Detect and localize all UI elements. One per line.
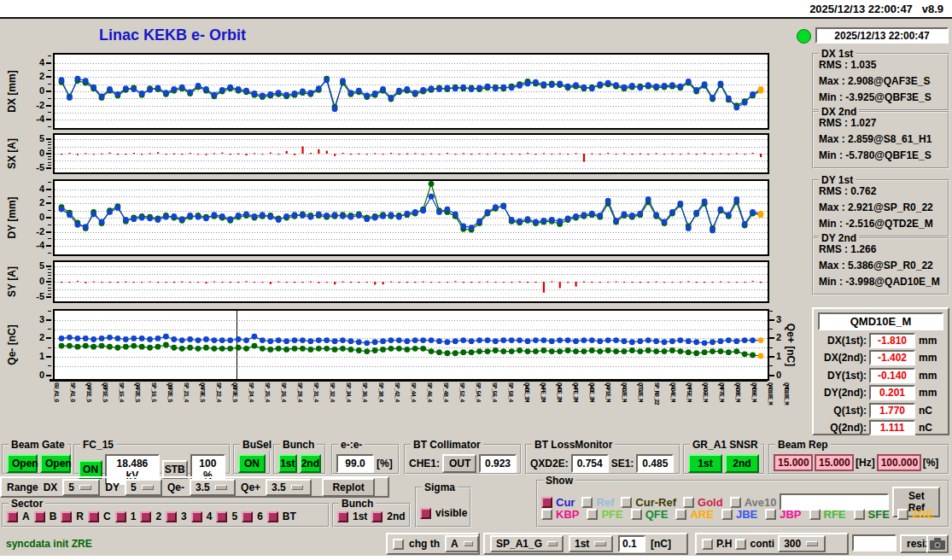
range-qe-plus-dropdown[interactable]: 3.5 [266,479,312,496]
sector-checkbox-4[interactable] [191,511,202,522]
dy-2nd-stats: DY 2nd RMS : 1.266 Max : 5.386@SP_R0_22 … [812,237,949,295]
gr-a1-2nd-button[interactable]: 2nd [725,454,759,473]
dx-chart-row: DX [mm] 420-2-4 [0,53,807,130]
show-sfe-checkbox[interactable] [854,509,865,520]
option-dash-icon [215,485,227,490]
bottom-edge [0,556,952,560]
range-dx-dropdown[interactable]: 5 [62,479,100,496]
x-axis-line [50,379,768,382]
sector-checkbox-3[interactable] [166,511,177,522]
points-dropdown[interactable]: 300 [778,535,826,552]
dy-plot[interactable] [53,179,769,256]
acquisition-panel: P.H conti 300 [695,533,849,555]
show-gold-checkbox[interactable] [683,497,694,508]
qmd-q1-value: 1.770 [869,403,915,418]
dy-1st-title: DY 1st [819,174,856,186]
bunch-select-dropdown[interactable]: 1st [569,535,613,552]
bpm-name-labels: GU_A1_GSP_A1_GQAF1E_SQBF1E_SSP_15_4QAF2E… [53,382,813,435]
show-jbp-checkbox[interactable] [765,509,776,520]
show-cur-ref-checkbox[interactable] [621,497,632,508]
show-group: Show Cur Ref Cur-Ref Gold Ave10 Set Ref … [536,480,949,528]
option-dash-icon [464,541,473,546]
range-dy-dropdown[interactable]: 5 [125,479,162,496]
page-title: Linac KEKB e- Orbit [99,26,246,44]
show-rfe-checkbox[interactable] [809,509,821,520]
bt-lossmonitor-group: BT LossMonitor QXD2E: 0.754 SE1: 0.485 [525,444,680,475]
sector-checkbox-5[interactable] [216,511,227,522]
show-cur-checkbox[interactable] [541,497,552,508]
show-qfe-checkbox[interactable] [631,509,642,520]
show-ref-checkbox[interactable] [581,497,593,508]
sigma-visible-checkbox[interactable] [420,508,431,519]
dx-plot[interactable] [53,53,769,130]
che1-out-button[interactable]: OUT [442,454,476,473]
dy-1st-rms: RMS : 0.762 [819,185,948,197]
dy-axis-ticks: 420-2-4 [22,179,53,256]
sy-chart-row: SY [A] 50-5 [0,260,807,303]
beam-gate-open-button-2[interactable]: Open [40,454,71,473]
bunch-2nd-checkbox[interactable] [371,511,383,522]
gr-a1-1st-button[interactable]: 1st [688,454,722,473]
ee-ratio-value: 99.0 [336,454,374,473]
sector-mode-dropdown[interactable]: A [445,535,479,552]
camera-icon [930,538,945,550]
dx-2nd-max: Max : 2.859@S8_61_H1 [819,133,948,145]
qmd-row-q1: Q(1st):1.770nC [814,403,944,418]
show-jbe-checkbox[interactable] [721,509,733,520]
chg-th-checkbox[interactable] [393,539,404,550]
sector-checkbox-6[interactable] [242,511,253,522]
threshold-input[interactable] [618,535,645,552]
show-ave10-checkbox[interactable] [730,497,741,508]
che1-value: 0.923 [479,454,517,473]
ee-ratio-group: e-:e- 99.0 [%] [331,444,400,475]
beam-rep-value-1: 15.000 [774,454,813,471]
dy-1st-stats: DY 1st RMS : 0.762 Max : 2.921@SP_R0_22 … [812,179,949,237]
busel-on-button[interactable]: ON [238,454,266,473]
window-datetime: 2025/12/13 22:00:47 [809,3,913,15]
sx-axis-ticks: 50-5 [22,133,53,174]
conti-checkbox[interactable] [735,539,746,550]
sector-checkbox-c[interactable] [88,511,99,522]
fc15-group: FC_15 ON 18.486 kV STB 100 % [73,444,231,475]
extra-input[interactable] [852,534,897,551]
show-zre-checkbox[interactable] [897,509,908,520]
ph-checkbox[interactable] [702,539,713,550]
sx-axis-label: SX [A] [2,133,22,174]
dx-1st-min: Min : -3.925@QBF3E_S [819,91,948,103]
show-pfe-checkbox[interactable] [587,509,598,520]
sx-plot[interactable] [53,133,769,174]
replot-button[interactable]: Replot [322,478,375,497]
sector-checkbox-1[interactable] [115,511,126,522]
sector-checkbox-r[interactable] [61,511,72,522]
dx-axis-ticks: 420-2-4 [22,53,53,130]
selected-bpm-name[interactable]: QMD10E_M [818,312,943,330]
sector-checkbox-a[interactable] [7,511,18,522]
bunch-1st-button[interactable]: 1st [278,454,297,473]
beam-gate-open-button-1[interactable]: Open [7,454,38,473]
option-dash-icon [594,541,606,546]
gr-a1-snsr-group: GR_A1 SNSR 1st 2nd [683,444,765,475]
show-are-checkbox[interactable] [675,509,686,520]
snapshot-camera-button[interactable] [926,534,949,553]
dx-2nd-rms: RMS : 1.027 [819,117,948,129]
dx-1st-rms: RMS : 1.035 [819,59,948,71]
bunch-2nd-button[interactable]: 2nd [300,454,321,473]
range-qe-minus-dropdown[interactable]: 3.5 [190,479,236,496]
qmd-dy2-value: 0.201 [869,385,915,400]
sy-plot[interactable] [53,260,769,303]
bunch-display-group: Bunch 1st 2nd [332,503,411,528]
chg-th-panel: chg th A [386,533,480,555]
dx-axis-label: DX [mm] [2,53,22,130]
bt-collimator-group: BT Collimator CHE1: OUT 0.923 [404,444,522,475]
sector-checkbox-bt[interactable] [267,511,278,522]
bunch-1st-checkbox[interactable] [337,511,348,522]
sy-axis-label: SY [A] [2,260,22,303]
bpm-select-dropdown[interactable]: SP_A1_G [490,535,564,552]
range-panel: Range DX 5 DY 5 Qe- 3.5 Qe+ 3.5 Replot [0,476,389,498]
charge-plot[interactable] [53,309,769,381]
sector-checkbox-2[interactable] [140,511,151,522]
sector-checkbox-b[interactable] [34,511,45,522]
show-kbp-checkbox[interactable] [541,509,552,520]
option-dash-icon [547,541,558,546]
qmd-row-q2: Q(2nd):1.111nC [814,420,944,435]
